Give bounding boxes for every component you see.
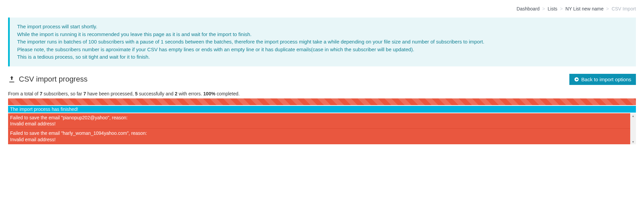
info-line: Please note, the subscribers number is a… (17, 46, 629, 54)
breadcrumb: Dashboard > Lists > NY List new name > C… (8, 3, 636, 18)
breadcrumb-separator: > (559, 6, 564, 11)
error-log: Failed to save the email "pianopup202@ya… (8, 113, 636, 145)
back-to-import-options-button[interactable]: Back to import options (569, 74, 636, 85)
scroll-down-arrow[interactable]: ▾ (630, 139, 636, 144)
status-percent: 100% (203, 91, 216, 96)
page-title: CSV import progress (8, 75, 87, 84)
info-line: This is a tedious process, so sit tight … (17, 53, 629, 61)
progress-bar-track (8, 98, 636, 105)
arrow-left-circle-icon (574, 77, 579, 82)
scroll-up-arrow[interactable]: ▴ (630, 113, 636, 118)
breadcrumb-link[interactable]: Dashboard (517, 6, 540, 11)
scrollbar[interactable]: ▴ ▾ (630, 113, 636, 145)
status-errors: 2 (175, 91, 178, 96)
error-row: Failed to save the email "pianopup202@ya… (8, 113, 630, 129)
breadcrumb-link[interactable]: Lists (548, 6, 558, 11)
info-line: While the import is running it is recomm… (17, 31, 629, 38)
progress-bar-fill (8, 98, 636, 105)
status-processed: 7 (83, 91, 86, 96)
info-callout: The import process will start shortly. W… (8, 18, 636, 66)
breadcrumb-separator: > (541, 6, 546, 11)
import-status-text: From a total of 7 subscribers, so far 7 … (8, 91, 636, 96)
error-line: Invalid email address! (10, 121, 628, 127)
status-total: 7 (40, 91, 42, 96)
import-icon (8, 76, 15, 83)
breadcrumb-link[interactable]: NY List new name (565, 6, 603, 11)
back-button-label: Back to import options (581, 77, 631, 82)
info-line: The importer runs in batches of 100 subs… (17, 38, 629, 46)
page-title-text: CSV import progress (19, 75, 87, 84)
finish-banner: The import process has finished! (8, 106, 636, 113)
info-line: The import process will start shortly. (17, 23, 629, 31)
error-line: Invalid email address! (10, 137, 628, 143)
breadcrumb-current: CSV Import (612, 6, 636, 11)
error-line: Failed to save the email "pianopup202@ya… (10, 115, 628, 121)
breadcrumb-separator: > (605, 6, 610, 11)
error-row: Failed to save the email "harly_woman_10… (8, 129, 630, 144)
error-line: Failed to save the email "harly_woman_10… (10, 130, 628, 137)
